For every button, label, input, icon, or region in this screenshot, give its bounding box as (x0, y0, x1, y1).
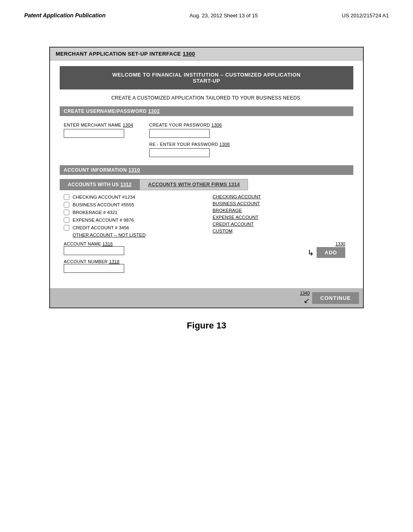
bottom-left-fields: ACCOUNT NAME 1316 ACCOUNT NUMBER 1318 (64, 241, 299, 277)
interface-title-ref: 1300 (183, 51, 195, 57)
patent-number: US 2012/215724 A1 (342, 12, 389, 19)
continue-row: 1340 ↙ CONTINUE (300, 291, 359, 305)
subtitle-text: CREATE A CUSTOMIZED APPLICATION TAILORED… (60, 95, 353, 101)
account-business: BUSINESS ACCOUNT #5555 (64, 202, 200, 208)
reenter-password-label: RE - ENTER YOUR PASSWORD 1308 (149, 142, 230, 147)
merchant-name-label: ENTER MERCHANT NAME 1304 (64, 123, 133, 127)
continue-ref-group: 1340 ↙ (300, 291, 310, 305)
account-checking: CHECKING ACCOUNT #1234 (64, 194, 200, 200)
other-business[interactable]: BUSINESS ACCOUNT (213, 201, 349, 206)
other-checking[interactable]: CHECKING ACCOUNT (213, 194, 349, 199)
account-credit: CREDIT ACCOUNT # 3456 (64, 225, 200, 231)
tab-accounts-us[interactable]: ACCOUNTS WITH US 1312 (60, 179, 140, 190)
patent-date-sheet: Aug. 23, 2012 Sheet 13 of 15 (190, 12, 258, 19)
continue-area: 1340 ↙ CONTINUE (50, 288, 363, 308)
main-content: MERCHANT APPLICATION SET-UP INTERFACE 13… (0, 23, 413, 347)
other-credit[interactable]: CREDIT ACCOUNT (213, 222, 349, 227)
account-name-group: ACCOUNT NAME 1316 (64, 241, 299, 255)
accounts-row: CHECKING ACCOUNT #1234 BUSINESS ACCOUNT … (60, 190, 353, 241)
patent-title: Patent Application Publication (24, 12, 106, 19)
create-section-header: CREATE USERNAME/PASSWORD 1302 (60, 106, 353, 116)
continue-button[interactable]: CONTINUE (312, 292, 359, 304)
expense-label: EXPENSE ACCOUNT # 9876 (73, 218, 134, 222)
account-name-input[interactable] (64, 246, 124, 255)
bottom-row: ACCOUNT NAME 1316 ACCOUNT NUMBER 1318 (60, 241, 353, 278)
create-password-input[interactable] (149, 129, 210, 138)
business-label: BUSINESS ACCOUNT #5555 (73, 202, 134, 207)
account-section: ACCOUNT INFORMATION 1310 ACCOUNTS WITH U… (60, 165, 353, 278)
interface-title-text: MERCHANT APPLICATION SET-UP INTERFACE 13… (56, 51, 195, 57)
account-number-group: ACCOUNT NUMBER 1318 (64, 259, 299, 273)
other-brokerage[interactable]: BROKERAGE (213, 208, 349, 213)
figure-label: Figure 13 (187, 320, 226, 331)
account-section-header: ACCOUNT INFORMATION 1310 (60, 165, 353, 175)
us-accounts-list: CHECKING ACCOUNT #1234 BUSINESS ACCOUNT … (64, 194, 209, 237)
tab-accounts-other[interactable]: ACCOUNTS WITH OTHER FIRMS 1314 (140, 179, 248, 190)
checkbox-checking[interactable] (64, 194, 69, 200)
welcome-line1: WELCOME TO FINANCIAL INSTITUTION – CUSTO… (68, 72, 345, 78)
figure-container: MERCHANT APPLICATION SET-UP INTERFACE 13… (49, 47, 364, 308)
checkbox-brokerage[interactable] (64, 210, 69, 215)
continue-arrow-icon: ↙ (304, 296, 310, 305)
checkbox-business[interactable] (64, 202, 69, 208)
merchant-name-input[interactable] (64, 129, 124, 138)
other-custom[interactable]: CUSTOM (213, 229, 349, 233)
other-account-link[interactable]: OTHER ACCOUNT -- NOT LISTED (73, 233, 200, 237)
account-tabs: ACCOUNTS WITH US 1312 ACCOUNTS WITH OTHE… (60, 179, 353, 190)
create-fields-row: ENTER MERCHANT NAME 1304 CREATE YOUR PAS… (60, 120, 353, 160)
checking-label: CHECKING ACCOUNT #1234 (73, 195, 135, 200)
account-number-input[interactable] (64, 264, 124, 273)
account-name-label: ACCOUNT NAME 1316 (64, 241, 299, 246)
account-info-ref: 1310 (128, 167, 140, 173)
reenter-password-input[interactable] (149, 148, 210, 157)
add-button[interactable]: ADD (317, 247, 345, 258)
account-brokerage: BROKERAGE # 4321 (64, 210, 200, 215)
account-expense: EXPENSE ACCOUNT # 9876 (64, 217, 200, 223)
create-section: CREATE USERNAME/PASSWORD 1302 ENTER MERC… (60, 106, 353, 160)
interface-inner: WELCOME TO FINANCIAL INSTITUTION – CUSTO… (50, 60, 363, 288)
add-arrow-row: ↳ ADD (307, 247, 345, 258)
brokerage-label: BROKERAGE # 4321 (73, 210, 117, 215)
password-group: CREATE YOUR PASSWORD 1306 RE - ENTER YOU… (149, 123, 230, 157)
create-password-label: CREATE YOUR PASSWORD 1306 (149, 123, 230, 127)
interface-title-bar: MERCHANT APPLICATION SET-UP INTERFACE 13… (50, 48, 363, 60)
checkbox-credit[interactable] (64, 225, 69, 231)
add-arrow-icon: ↳ (307, 248, 314, 258)
merchant-name-group: ENTER MERCHANT NAME 1304 (64, 123, 133, 157)
add-ref-label: 1330 (336, 241, 345, 246)
continue-ref-label: 1340 (300, 291, 310, 295)
welcome-line2: START-UP (68, 78, 345, 84)
create-ref: 1302 (148, 108, 160, 114)
account-number-label: ACCOUNT NUMBER 1318 (64, 259, 299, 264)
other-firms-list: CHECKING ACCOUNT BUSINESS ACCOUNT BROKER… (209, 194, 349, 237)
patent-header: Patent Application Publication Aug. 23, … (0, 0, 413, 23)
add-area: 1330 ↳ ADD (307, 241, 349, 258)
checkbox-expense[interactable] (64, 217, 69, 223)
credit-label: CREDIT ACCOUNT # 3456 (73, 225, 129, 230)
welcome-banner: WELCOME TO FINANCIAL INSTITUTION – CUSTO… (60, 66, 353, 89)
other-expense[interactable]: EXPENSE ACCOUNT (213, 215, 349, 220)
